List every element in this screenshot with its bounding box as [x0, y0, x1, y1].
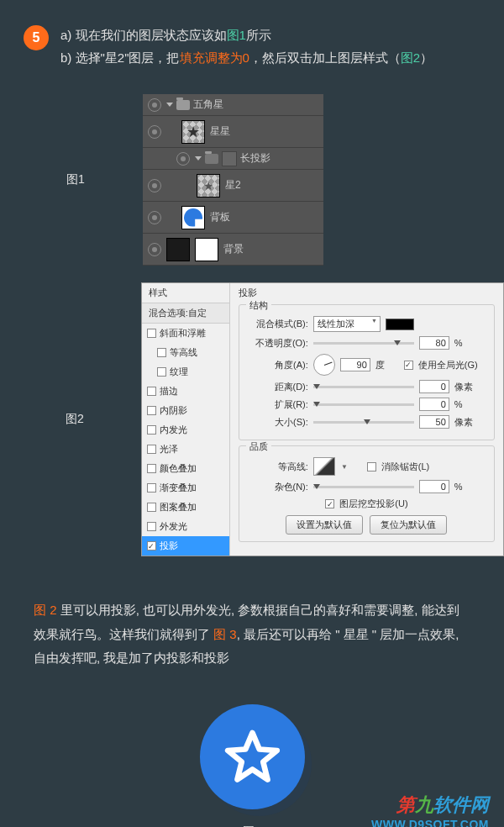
contour-dropdown-icon[interactable]: ▼: [340, 463, 349, 471]
wm-char: 件: [452, 794, 470, 815]
layer-name: 背景: [223, 242, 244, 256]
layer-row-longshadow[interactable]: 长投影: [143, 148, 323, 170]
distance-input[interactable]: 0: [419, 380, 449, 393]
style-coloroverlay[interactable]: 颜色叠加: [142, 459, 229, 478]
label: 颜色叠加: [160, 462, 197, 475]
style-bevel[interactable]: 斜面和浮雕: [142, 324, 229, 343]
layers-panel: 五角星 ★ 星星 长投影 ★ 星2: [143, 94, 323, 266]
style-outerglow[interactable]: 外发光: [142, 517, 229, 536]
wm-char: 九: [415, 794, 433, 815]
style-stroke[interactable]: 描边: [142, 382, 229, 401]
blendmode-dropdown[interactable]: 线性加深: [313, 316, 381, 332]
opacity-label: 不透明度(O):: [248, 337, 308, 350]
label: 内发光: [160, 424, 187, 436]
structure-group: 结构 混合模式(B): 线性加深 不透明度(O): 80 % 角度(A):: [239, 304, 495, 440]
noise-label: 杂色(N):: [248, 481, 308, 493]
panel-title: 投影: [239, 287, 495, 299]
layer-row-panel[interactable]: 背板: [143, 202, 323, 234]
watermark-url: WWW.D9SOFT.COM: [371, 818, 489, 828]
text: ，然后双击加上图层样式（: [249, 50, 401, 65]
fig2-ref-bottom: 图 2: [34, 603, 57, 617]
layer-thumb: ★: [181, 120, 205, 144]
expand-icon[interactable]: [166, 103, 173, 107]
style-satin[interactable]: 光泽: [142, 440, 229, 459]
checkbox[interactable]: [157, 367, 166, 377]
layer-row-bg[interactable]: 背景: [143, 234, 323, 266]
opacity-slider[interactable]: [313, 342, 414, 345]
noise-input[interactable]: 0: [419, 480, 449, 493]
checkbox[interactable]: [147, 445, 156, 454]
distance-label: 距离(D):: [248, 381, 308, 393]
mask-thumb: [195, 238, 218, 261]
checkbox[interactable]: [157, 348, 166, 357]
fill-ref: 填充调整为0: [180, 50, 249, 65]
checkbox[interactable]: [147, 503, 156, 512]
set-default-button[interactable]: 设置为默认值: [286, 515, 363, 535]
fig3-label: 图3: [243, 824, 261, 828]
distance-slider[interactable]: [313, 386, 414, 388]
step-badge: 5: [24, 25, 49, 50]
text: b) 选择"星2"图层，把: [60, 50, 180, 65]
label: 投影: [160, 540, 178, 552]
contour-swatch[interactable]: [313, 457, 335, 476]
unit: %: [454, 338, 478, 348]
visibility-icon[interactable]: [148, 125, 161, 139]
wm-char: 软: [433, 794, 452, 815]
checkbox[interactable]: [147, 406, 156, 415]
checkbox[interactable]: [147, 329, 156, 338]
visibility-icon[interactable]: [148, 243, 161, 256]
style-contour[interactable]: 等高线: [142, 343, 229, 362]
checkbox[interactable]: [147, 425, 156, 435]
layer-name: 星星: [210, 124, 230, 139]
watermark: 第九软件网 WWW.D9SOFT.COM: [371, 793, 489, 828]
label: 光泽: [160, 443, 178, 456]
label: 等高线: [170, 346, 197, 359]
style-patoverlay[interactable]: 图案叠加: [142, 498, 229, 517]
angle-label: 角度(A):: [248, 359, 308, 371]
visibility-icon[interactable]: [148, 98, 161, 112]
expand-icon[interactable]: [195, 156, 202, 161]
spread-input[interactable]: 0: [419, 398, 449, 411]
angle-dial[interactable]: [313, 354, 335, 376]
style-texture[interactable]: 纹理: [142, 362, 229, 382]
reset-default-button[interactable]: 复位为默认值: [370, 515, 447, 535]
style-innerglow[interactable]: 内发光: [142, 420, 229, 440]
layer-thumb: [166, 238, 190, 261]
style-innershadow[interactable]: 内阴影: [142, 401, 229, 420]
layer-group-row[interactable]: 五角星: [143, 94, 323, 116]
noise-slider[interactable]: [313, 486, 414, 488]
checkbox[interactable]: [147, 464, 156, 473]
layer-thumb: [181, 206, 205, 229]
opacity-input[interactable]: 80: [419, 336, 449, 350]
global-light-checkbox[interactable]: ✓: [404, 361, 413, 370]
style-dropshadow[interactable]: ✓投影: [142, 536, 229, 556]
checkbox[interactable]: [147, 483, 156, 493]
layer-name: 五角星: [193, 97, 223, 112]
visibility-icon[interactable]: [176, 152, 190, 166]
antialias-checkbox[interactable]: [367, 462, 376, 471]
unit: 像素: [454, 416, 478, 429]
color-swatch[interactable]: [386, 319, 414, 330]
visibility-icon[interactable]: [148, 179, 161, 192]
fig2-ref: 图2: [401, 50, 420, 65]
blend-options[interactable]: 混合选项:自定: [142, 303, 229, 324]
knockout-label: 图层挖空投影(U): [339, 498, 407, 510]
visibility-icon[interactable]: [148, 211, 161, 224]
knockout-checkbox[interactable]: ✓: [325, 499, 334, 508]
layer-row-star[interactable]: ★ 星星: [143, 116, 323, 148]
fig2-label: 图2: [25, 412, 124, 427]
angle-input[interactable]: 90: [340, 358, 370, 371]
layer-thumb: ★: [197, 174, 220, 198]
size-input[interactable]: 50: [419, 415, 449, 429]
style-gradoverlay[interactable]: 渐变叠加: [142, 478, 229, 498]
checkbox[interactable]: [147, 387, 156, 396]
checkbox[interactable]: ✓: [147, 541, 156, 550]
antialias-label: 消除锯齿(L): [381, 461, 429, 473]
layer-row-star2[interactable]: ★ 星2: [143, 170, 323, 202]
size-slider[interactable]: [313, 421, 414, 424]
spread-slider[interactable]: [313, 403, 414, 406]
unit: %: [454, 399, 478, 409]
checkbox[interactable]: [147, 522, 156, 531]
fx-thumb: [222, 151, 237, 166]
star-icon: [221, 725, 284, 788]
